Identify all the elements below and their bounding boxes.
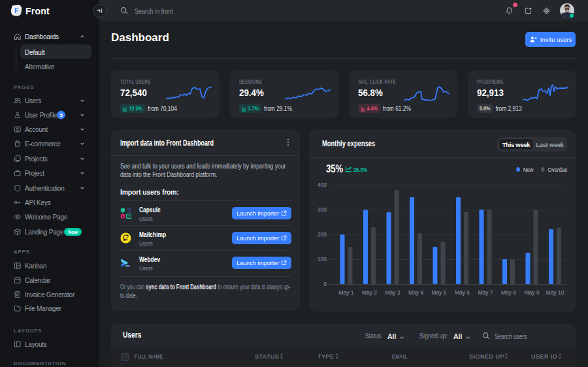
svg-text:May 1: May 1: [338, 289, 353, 296]
svg-text:May 9: May 9: [524, 289, 539, 296]
svg-text:200: 200: [318, 231, 327, 238]
svg-text:May 4: May 4: [408, 289, 423, 296]
svg-text:May 8: May 8: [501, 289, 516, 296]
svg-text:May 6: May 6: [455, 289, 470, 296]
svg-text:May 2: May 2: [362, 289, 377, 296]
svg-text:May 5: May 5: [431, 289, 446, 296]
svg-text:400: 400: [318, 182, 327, 188]
svg-text:100: 100: [318, 256, 327, 263]
svg-text:May 3: May 3: [385, 289, 400, 296]
svg-text:May 10: May 10: [546, 289, 564, 296]
svg-text:300: 300: [318, 206, 327, 213]
svg-text:F: F: [14, 7, 18, 14]
svg-text:May 7: May 7: [478, 289, 493, 296]
svg-text:0: 0: [323, 281, 327, 287]
